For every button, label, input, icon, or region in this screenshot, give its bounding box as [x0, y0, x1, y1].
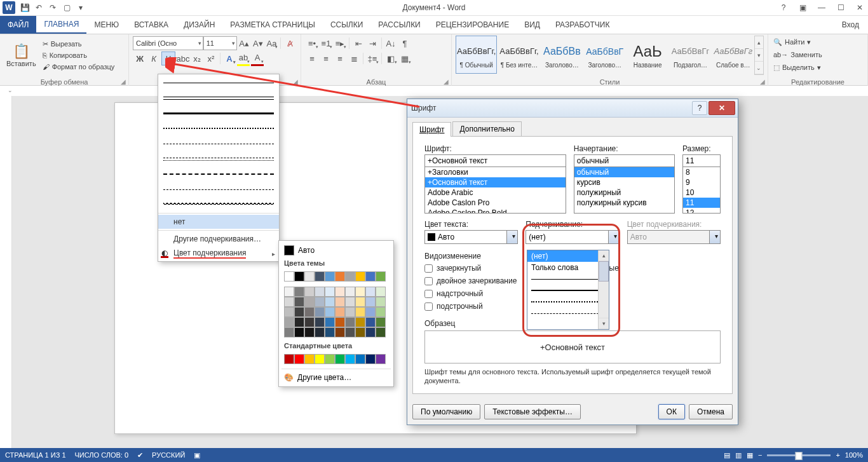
font-dialog-launcher[interactable]: ◢ [292, 78, 299, 85]
help-icon[interactable]: ? [776, 1, 790, 14]
list-item[interactable]: обычный [574, 167, 674, 177]
color-swatch[interactable] [315, 271, 325, 282]
style-item[interactable]: АаБбВвГгПодзагол… [670, 36, 711, 74]
close-icon[interactable]: ✕ [853, 1, 867, 14]
text-effects-button[interactable]: Текстовые эффекты… [484, 404, 581, 419]
color-swatch[interactable] [294, 297, 304, 307]
font-size-combo[interactable]: 11 [203, 36, 238, 50]
color-swatch[interactable] [294, 317, 304, 327]
align-left-icon[interactable]: ≡ [306, 52, 318, 65]
tab-references[interactable]: ССЫЛКИ [323, 16, 370, 34]
text-color-combo[interactable]: Авто [424, 230, 518, 244]
color-swatch[interactable] [325, 297, 335, 307]
color-swatch[interactable] [365, 354, 376, 364]
increase-indent-icon[interactable]: ⇥ [366, 37, 379, 50]
align-right-icon[interactable]: ≡ [334, 52, 346, 65]
more-colors[interactable]: 🎨 Другие цвета… [281, 371, 391, 384]
color-swatch[interactable] [304, 297, 315, 307]
color-swatch[interactable] [315, 297, 325, 307]
minimize-icon[interactable]: — [815, 1, 829, 14]
color-swatch[interactable] [376, 327, 386, 337]
underline-dashed[interactable] [163, 137, 274, 151]
select-button[interactable]: ⬚ Выделить ▾ [772, 61, 864, 74]
tab-mailings[interactable]: РАССЫЛКИ [370, 16, 428, 34]
redo-icon[interactable]: ↷ [46, 1, 60, 15]
ul-opt-words[interactable]: Только слова [527, 262, 609, 273]
color-swatch[interactable] [365, 317, 376, 327]
dialog-close-icon[interactable]: ✕ [709, 101, 735, 115]
copy-button[interactable]: ⎘ Копировать [41, 50, 116, 61]
status-page[interactable]: СТРАНИЦА 1 ИЗ 1 [5, 451, 66, 459]
style-input[interactable]: обычный [574, 154, 675, 167]
dialog-help-icon[interactable]: ? [692, 101, 707, 115]
dialog-titlebar[interactable]: Шрифт ? ✕ [407, 99, 738, 118]
color-swatch[interactable] [365, 307, 376, 317]
color-swatch[interactable] [294, 271, 304, 282]
tab-file[interactable]: ФАЙЛ [0, 16, 36, 34]
color-swatch[interactable] [325, 307, 335, 317]
ul-opt-dot[interactable] [527, 296, 609, 308]
status-proofing-icon[interactable]: ✔ [137, 451, 143, 459]
color-swatch[interactable] [315, 327, 325, 337]
underline-color-menu[interactable]: ◐ Цвет подчеркивания [158, 246, 279, 261]
color-swatch[interactable] [325, 327, 335, 337]
justify-icon[interactable]: ≣ [348, 52, 360, 65]
underline-wave[interactable] [163, 198, 274, 212]
list-item[interactable]: 9 [683, 177, 720, 187]
color-swatch[interactable] [304, 307, 315, 317]
ul-opt-line1[interactable] [527, 273, 609, 285]
subscript-icon[interactable]: x₂ [191, 52, 203, 65]
list-item[interactable]: +Основной текст [425, 177, 566, 187]
numbering-icon[interactable]: ≡1 [320, 37, 332, 50]
underline-combo[interactable]: (нет) [526, 230, 619, 244]
styles-scroll[interactable]: ▴▾⌄ [754, 36, 764, 75]
styles-dialog-launcher[interactable]: ◢ [759, 78, 766, 85]
color-swatch[interactable] [345, 317, 355, 327]
format-painter-button[interactable]: 🖌 Формат по образцу [41, 61, 116, 72]
highlight-icon[interactable]: ab [237, 51, 250, 66]
color-swatch[interactable] [304, 354, 315, 364]
status-lang[interactable]: РУССКИЙ [152, 451, 185, 459]
color-swatch[interactable] [335, 271, 345, 282]
underline-dash-long[interactable] [163, 167, 274, 181]
underline-icon[interactable]: Ч [161, 51, 175, 65]
color-swatch[interactable] [335, 327, 345, 337]
color-swatch[interactable] [284, 317, 294, 327]
color-swatch[interactable] [365, 287, 376, 297]
list-item[interactable]: Adobe Caslon Pro Bold [425, 208, 566, 214]
tab-home[interactable]: ГЛАВНАЯ [36, 16, 86, 34]
underline-thick[interactable] [163, 106, 274, 120]
font-list[interactable]: +Заголовки+Основной текстAdobe ArabicAdo… [424, 166, 566, 214]
list-item[interactable]: +Заголовки [425, 167, 566, 177]
more-underlines[interactable]: Другие подчеркивания… [158, 232, 279, 246]
color-swatch[interactable] [284, 327, 294, 337]
bullets-icon[interactable]: ≡• [306, 37, 318, 50]
color-swatch[interactable] [284, 354, 294, 364]
tab-layout[interactable]: РАЗМЕТКА СТРАНИЦЫ [222, 16, 323, 34]
view-print-icon[interactable]: ▥ [735, 451, 742, 459]
color-swatch[interactable] [335, 317, 345, 327]
color-swatch[interactable] [284, 307, 294, 317]
ribbon-display-icon[interactable]: ▣ [796, 1, 810, 14]
find-button[interactable]: 🔍 Найти ▾ [772, 36, 864, 48]
color-swatch[interactable] [325, 287, 335, 297]
list-item[interactable]: 11 [683, 198, 720, 208]
color-swatch[interactable] [355, 327, 365, 337]
underline-dash-dash[interactable] [163, 182, 274, 196]
tab-menu[interactable]: Меню [86, 16, 126, 34]
color-swatch[interactable] [335, 354, 345, 364]
style-item[interactable]: АаБбВвГг,¶ Без инте… [498, 36, 539, 74]
align-center-icon[interactable]: ≡ [320, 52, 332, 65]
size-list[interactable]: 89101112 [682, 166, 721, 214]
color-auto[interactable]: Авто [281, 243, 391, 257]
color-swatch[interactable] [345, 307, 355, 317]
tab-view[interactable]: ВИД [517, 16, 548, 34]
new-doc-icon[interactable]: ▢ [60, 1, 74, 15]
borders-icon[interactable]: ▦ [398, 52, 411, 65]
tab-design[interactable]: ДИЗАЙН [176, 16, 222, 34]
color-swatch[interactable] [376, 317, 386, 327]
tab-developer[interactable]: РАЗРАБОТЧИК [548, 16, 618, 34]
change-case-icon[interactable]: Aa [266, 37, 278, 50]
list-item[interactable]: курсив [574, 177, 674, 187]
maximize-icon[interactable]: ☐ [834, 1, 848, 14]
